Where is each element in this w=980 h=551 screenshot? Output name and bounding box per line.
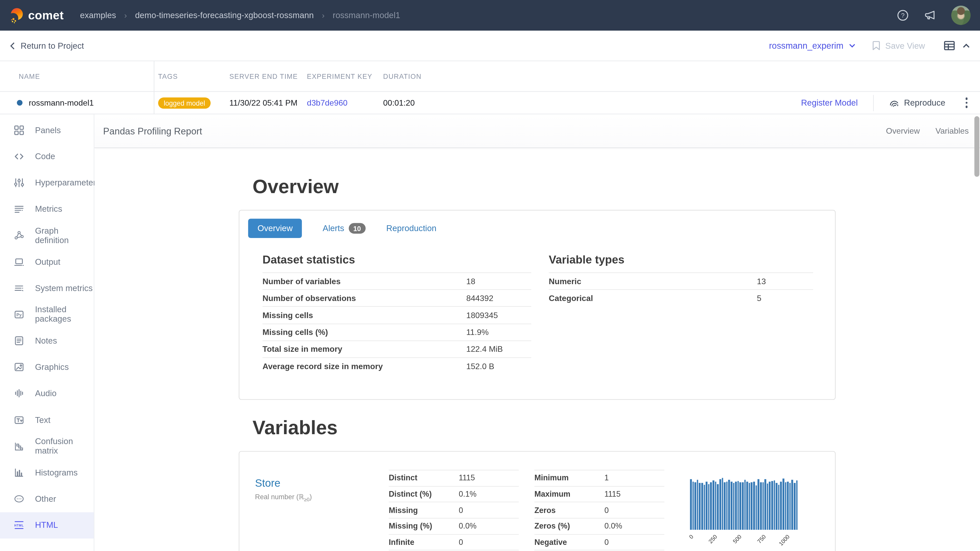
return-to-project-link[interactable]: Return to Project: [10, 41, 84, 50]
tab-reproduction[interactable]: Reproduction: [387, 224, 437, 233]
experiment-name[interactable]: rossmann-model1: [29, 98, 94, 107]
histogram-bar: [791, 480, 793, 530]
user-avatar[interactable]: [951, 6, 970, 25]
histogram-bar: [729, 480, 730, 530]
sidebar-item-graphics[interactable]: Graphics: [0, 354, 94, 380]
histogram-bar: [796, 481, 797, 530]
histogram-tick-label: 750: [756, 534, 767, 545]
table-row: Zeros0: [535, 502, 664, 518]
reproduce-button[interactable]: Reproduce: [889, 97, 945, 108]
sidebar-item-code[interactable]: Code: [0, 143, 94, 169]
experiment-key-link[interactable]: d3b7de960: [307, 98, 347, 107]
histogram-tick-label: 500: [732, 534, 743, 545]
svg-text:?: ?: [901, 12, 905, 19]
store-minmax-table: Minimum1Maximum1115Zeros0Zeros (%)0.0%Ne…: [535, 470, 664, 551]
breadcrumb-separator: ›: [322, 11, 325, 20]
dataset-statistics-title: Dataset statistics: [262, 254, 531, 267]
breadcrumb-separator: ›: [124, 11, 127, 20]
dataset-statistics-table: Number of variables18Number of observati…: [262, 272, 531, 374]
histogram-bar: [787, 482, 789, 530]
table-row: Minimum1: [535, 470, 664, 486]
table-row: Negative0: [535, 534, 664, 550]
experiment-table: NAME TAGS SERVER END TIME EXPERIMENT KEY…: [0, 61, 980, 114]
alerts-count-badge: 10: [348, 223, 366, 233]
system-metrics-icon: [14, 283, 24, 294]
table-row: Categorical5: [549, 290, 813, 306]
breadcrumb-workspace[interactable]: examples: [80, 11, 116, 20]
sidebar-item-installed-packages[interactable]: Py Installed packages: [0, 301, 94, 327]
column-header-tags[interactable]: TAGS: [154, 73, 229, 80]
histogram-x-axis: 02505007501000: [690, 530, 797, 548]
sidebar-item-panels[interactable]: Panels: [0, 117, 94, 143]
histogram-bar: [726, 481, 728, 530]
sidebar-item-output[interactable]: Output: [0, 249, 94, 275]
experiment-table-header: NAME TAGS SERVER END TIME EXPERIMENT KEY…: [0, 61, 980, 92]
column-header-name[interactable]: NAME: [0, 73, 154, 80]
histogram-bar: [789, 483, 791, 530]
chevron-down-icon: [849, 43, 856, 48]
sidebar-item-label: Other: [35, 494, 56, 504]
experiment-row[interactable]: rossmann-model1 logged model 11/30/22 05…: [0, 92, 980, 114]
sidebar-item-text[interactable]: Text: [0, 407, 94, 433]
sidebar-item-audio[interactable]: Audio: [0, 380, 94, 407]
tab-alerts-label: Alerts: [323, 224, 344, 233]
sidebar-item-metrics[interactable]: Metrics: [0, 196, 94, 222]
metrics-icon: [14, 204, 24, 214]
subheader-controls: rossmann_experim Save View: [769, 41, 970, 51]
other-icon: [14, 494, 24, 504]
sidebar-item-other[interactable]: Other: [0, 486, 94, 512]
sidebar-item-confusion-matrix[interactable]: Confusion matrix: [0, 433, 94, 459]
breadcrumb-project[interactable]: demo-timeseries-forecasting-xgboost-ross…: [135, 11, 313, 20]
tab-overview[interactable]: Overview: [248, 219, 302, 238]
column-header-server-end-time[interactable]: SERVER END TIME: [229, 73, 307, 80]
sidebar-item-label: Graphics: [35, 362, 68, 372]
register-model-button[interactable]: Register Model: [801, 98, 858, 107]
help-icon[interactable]: ?: [897, 10, 909, 21]
column-header-duration[interactable]: DURATION: [383, 73, 458, 80]
panels-icon: [14, 125, 24, 135]
table-view-icon[interactable]: [944, 41, 955, 51]
histogram-bar: [744, 480, 746, 530]
announcements-icon[interactable]: [924, 10, 936, 21]
graph-definition-icon: [14, 230, 24, 241]
table-row: Missing cells (%)11.9%: [262, 324, 531, 341]
app-root: comet examples › demo-timeseries-forecas…: [0, 0, 980, 551]
sidebar-item-hyperparameters[interactable]: Hyperparameters: [0, 170, 94, 196]
save-view-button[interactable]: Save View: [872, 41, 925, 51]
sidebar-item-system-metrics[interactable]: System metrics: [0, 275, 94, 301]
scrollbar-thumb[interactable]: [974, 116, 980, 177]
table-row: Numeric13: [549, 273, 813, 290]
overview-stats: Dataset statistics Number of variables18…: [248, 254, 827, 391]
top-navbar: comet examples › demo-timeseries-forecas…: [0, 0, 980, 30]
histogram-bar: [780, 482, 782, 530]
report-nav-variables[interactable]: Variables: [935, 126, 969, 136]
histogram-bar: [697, 480, 698, 530]
column-header-experiment-key[interactable]: EXPERIMENT KEY: [307, 73, 383, 80]
sidebar-item-html[interactable]: HTML HTML: [0, 512, 94, 538]
sidebar-item-graph-definition[interactable]: Graph definition: [0, 222, 94, 248]
sidebar-item-histograms[interactable]: Histograms: [0, 459, 94, 486]
sidebar-item-label: Graph definition: [35, 226, 94, 245]
report-nav-overview[interactable]: Overview: [886, 126, 920, 136]
histogram-bar: [776, 483, 777, 530]
histogram-bar: [760, 483, 762, 530]
comet-logo[interactable]: comet: [10, 7, 64, 24]
experiment-name-cell: rossmann-model1: [0, 98, 154, 107]
tag-logged-model[interactable]: logged model: [158, 97, 211, 108]
tab-alerts[interactable]: Alerts 10: [323, 223, 366, 233]
sidebar-item-notes[interactable]: Notes: [0, 327, 94, 354]
table-row: Maximum1115: [535, 486, 664, 502]
store-histogram: 02505007501000: [690, 460, 803, 551]
main-area: Panels Code Hyperparameters Metrics Grap…: [0, 114, 980, 551]
histogram-bar: [703, 485, 705, 530]
histogram-bar: [794, 483, 795, 530]
row-menu-kebab-icon[interactable]: [962, 95, 971, 110]
collapse-panel-icon[interactable]: [963, 43, 970, 48]
view-selector-dropdown[interactable]: rossmann_experim: [769, 41, 856, 51]
variable-store-link[interactable]: Store: [255, 477, 389, 490]
subheader: Return to Project rossmann_experim Save …: [0, 30, 980, 61]
histogram-tick-label: 1000: [778, 534, 791, 547]
table-row: Missing0: [389, 502, 519, 518]
histogram-bar: [692, 482, 694, 530]
histogram-bar: [721, 478, 723, 530]
